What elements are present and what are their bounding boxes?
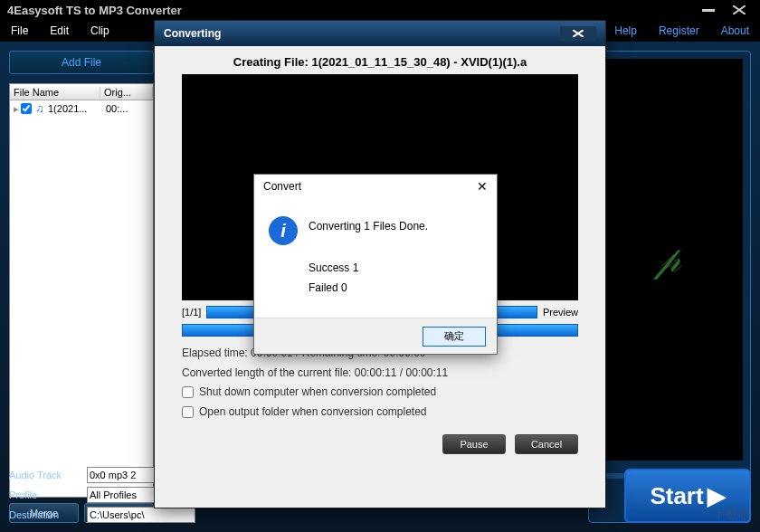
close-button[interactable] — [726, 4, 753, 16]
preview-label[interactable]: Preview — [543, 307, 578, 318]
expand-icon[interactable]: ▸ — [14, 103, 19, 115]
file-checkbox[interactable] — [21, 103, 32, 114]
destination-label: Destination — [9, 509, 81, 520]
msg-done: Converting 1 Files Done. — [309, 216, 428, 237]
menu-edit[interactable]: Edit — [50, 24, 69, 37]
menu-file[interactable]: File — [11, 24, 28, 37]
destination-field[interactable] — [87, 507, 195, 523]
watermark: 下载吧 — [713, 507, 751, 523]
shutdown-option[interactable]: Shut down computer when conversion compl… — [182, 383, 578, 403]
cancel-button[interactable]: Cancel — [515, 434, 578, 454]
audiotrack-label: Audio Track — [9, 470, 81, 480]
menu-about[interactable]: About — [721, 24, 749, 37]
openfolder-checkbox[interactable] — [182, 406, 194, 418]
msgbox-title: Convert — [263, 180, 301, 193]
ok-button[interactable]: 确定 — [423, 327, 486, 347]
menu-register[interactable]: Register — [659, 24, 699, 37]
file-name: 1(2021... — [48, 103, 104, 114]
music-icon: ♫ — [33, 102, 46, 115]
msg-failed: Failed 0 — [309, 278, 428, 299]
info-icon: i — [269, 216, 298, 245]
converted-length: Converted length of the current file: 00… — [182, 364, 578, 384]
svg-rect-0 — [702, 9, 715, 12]
list-item[interactable]: ▸ ♫ 1(2021... 00:... — [10, 100, 153, 117]
logo-icon: 𝓅 — [660, 239, 679, 280]
preview-display: 𝓅 — [596, 59, 743, 461]
col-orig[interactable]: Orig... — [100, 87, 153, 98]
progress-count: [1/1] — [182, 307, 201, 318]
col-filename[interactable]: File Name — [10, 87, 100, 98]
profile-label: Profile — [9, 489, 81, 500]
creating-file-label: Creating File: 1(2021_01_11_15_30_48) - … — [182, 55, 578, 69]
msgbox-close-button[interactable]: ✕ — [477, 179, 488, 194]
preview-panel: 𝓅 ▶ ▸▸ 📂 📷 — [588, 51, 751, 523]
minimize-button[interactable] — [695, 4, 722, 16]
play-icon: ▶ — [708, 482, 726, 510]
titlebar: 4Easysoft TS to MP3 Converter — [0, 0, 760, 20]
pause-button[interactable]: Pause — [442, 434, 506, 454]
menu-clip[interactable]: Clip — [90, 24, 109, 37]
openfolder-option[interactable]: Open output folder when conversion compl… — [182, 403, 578, 423]
dialog-close-button[interactable] — [560, 26, 596, 41]
app-title: 4Easysoft TS to MP3 Converter — [7, 4, 182, 17]
add-file-button[interactable]: Add File — [9, 51, 154, 74]
convert-messagebox: Convert ✕ i Converting 1 Files Done. Suc… — [253, 174, 498, 355]
shutdown-checkbox[interactable] — [182, 386, 194, 398]
msg-success: Success 1 — [309, 258, 428, 279]
file-orig: 00:... — [106, 103, 128, 114]
dialog-title: Converting — [164, 27, 221, 40]
file-list: File Name Orig... ▸ ♫ 1(2021... 00:... — [9, 83, 154, 498]
menu-help[interactable]: Help — [614, 24, 637, 37]
